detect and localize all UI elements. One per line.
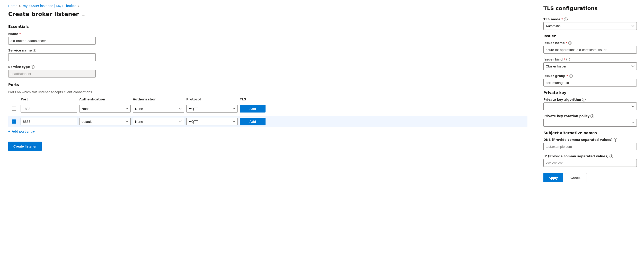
- page-title-row: Create broker listener ...: [8, 11, 527, 17]
- header-protocol: Protocol: [186, 98, 238, 101]
- service-name-group: Service name i: [8, 49, 527, 61]
- ports-table-header: Port Authentication Authorization Protoc…: [8, 98, 527, 101]
- tls-mode-label: TLS mode * i: [543, 18, 637, 21]
- tls-mode-required: *: [561, 18, 563, 21]
- protocol-dropdown-1[interactable]: MQTT: [186, 105, 238, 113]
- service-type-input: [8, 70, 96, 77]
- add-button-1[interactable]: Add: [240, 105, 266, 113]
- auth-dropdown-2[interactable]: default None: [79, 118, 131, 125]
- name-group: Name *: [8, 32, 527, 45]
- issuer-kind-group: Issuer kind * i Cluster Issuer Issuer: [543, 58, 637, 70]
- header-port: Port: [21, 98, 77, 101]
- issuer-group-required: *: [566, 74, 568, 78]
- port-checkbox-2[interactable]: [12, 119, 16, 124]
- breadcrumb-sep2: >: [77, 4, 80, 8]
- ports-title: Ports: [8, 83, 527, 87]
- private-key-rotation-dropdown[interactable]: Always Never: [543, 119, 637, 127]
- issuer-group-label: Issuer group * i: [543, 74, 637, 78]
- port-checkbox-1[interactable]: [12, 107, 16, 111]
- protocol-dropdown-2[interactable]: MQTT: [186, 118, 238, 125]
- tls-panel-title: TLS configurations: [543, 5, 637, 11]
- ports-section: Ports Ports on which this listener accep…: [8, 83, 527, 133]
- issuer-kind-info-icon: i: [566, 58, 570, 61]
- dns-label: DNS (Provide comma separated values) i: [543, 138, 637, 142]
- tls-mode-group: TLS mode * i Automatic Manual Disabled: [543, 18, 637, 30]
- issuer-kind-label: Issuer kind * i: [543, 58, 637, 61]
- checkbox-cell-1: [9, 107, 19, 111]
- header-tls: TLS: [240, 98, 266, 101]
- ip-label: IP (Provide comma separated values) i: [543, 154, 637, 158]
- issuer-section-title: Issuer: [543, 34, 637, 38]
- port-input-1[interactable]: [21, 105, 77, 113]
- private-key-algo-info-icon: i: [582, 98, 586, 101]
- service-name-info-icon: i: [33, 49, 36, 52]
- header-checkbox-spacer: [9, 98, 19, 101]
- port-row-1: None default None MQTT Add: [8, 103, 527, 114]
- ip-group: IP (Provide comma separated values) i: [543, 154, 637, 167]
- right-panel: TLS configurations TLS mode * i Automati…: [536, 0, 644, 276]
- port-row-2: default None None MQTT Add: [8, 116, 527, 127]
- private-key-rotation-label: Private key rotation policy i: [543, 114, 637, 118]
- service-type-label: Service type i: [8, 65, 527, 69]
- service-name-label: Service name i: [8, 49, 527, 52]
- breadcrumb: Home > my-cluster-instance | MQTT broker…: [8, 4, 527, 8]
- issuer-name-label: Issuer name * i: [543, 41, 637, 45]
- dns-info-icon: i: [614, 138, 617, 142]
- name-input[interactable]: [8, 37, 96, 45]
- san-section-title: Subject alternative names: [543, 131, 637, 135]
- issuer-group-info-icon: i: [569, 74, 573, 78]
- port-input-2[interactable]: [21, 118, 77, 125]
- essentials-section: Essentials Name * Service name i Service…: [8, 24, 527, 77]
- ports-description: Ports on which this listener accepts cli…: [8, 90, 527, 94]
- private-key-algo-dropdown[interactable]: RSA ECDSA: [543, 102, 637, 110]
- issuer-name-group: Issuer name * i: [543, 41, 637, 54]
- issuer-name-input[interactable]: [543, 46, 637, 54]
- private-key-section-title: Private key: [543, 91, 637, 95]
- private-key-rotation-info-icon: i: [590, 114, 594, 118]
- tls-mode-info-icon: i: [564, 18, 568, 21]
- add-button-2[interactable]: Add: [240, 118, 266, 125]
- issuer-name-required: *: [566, 41, 567, 45]
- issuer-kind-required: *: [564, 58, 565, 61]
- breadcrumb-sep1: >: [19, 4, 21, 8]
- dns-group: DNS (Provide comma separated values) i: [543, 138, 637, 150]
- private-key-algo-group: Private key algorithm i RSA ECDSA: [543, 98, 637, 110]
- issuer-group-input[interactable]: [543, 79, 637, 87]
- service-name-input[interactable]: [8, 53, 96, 61]
- header-authorization: Authorization: [133, 98, 184, 101]
- issuer-group-group: Issuer group * i: [543, 74, 637, 87]
- dns-input[interactable]: [543, 143, 637, 150]
- page-title: Create broker listener: [8, 11, 79, 17]
- private-key-rotation-group: Private key rotation policy i Always Nev…: [543, 114, 637, 127]
- tls-panel-footer: Apply Cancel: [543, 173, 637, 182]
- apply-button[interactable]: Apply: [543, 173, 563, 182]
- ip-input[interactable]: [543, 159, 637, 167]
- left-panel: Home > my-cluster-instance | MQTT broker…: [0, 0, 536, 276]
- add-port-label: Add port entry: [12, 130, 35, 133]
- authz-dropdown-2[interactable]: None: [133, 118, 184, 125]
- checkbox-cell-2: [9, 119, 19, 124]
- issuer-name-info-icon: i: [568, 41, 572, 45]
- authz-dropdown-1[interactable]: None: [133, 105, 184, 113]
- service-type-group: Service type i: [8, 65, 527, 77]
- cancel-button[interactable]: Cancel: [565, 173, 587, 182]
- issuer-kind-dropdown[interactable]: Cluster Issuer Issuer: [543, 62, 637, 70]
- name-required: *: [19, 32, 21, 36]
- private-key-algo-label: Private key algorithm i: [543, 98, 637, 101]
- name-label: Name *: [8, 32, 527, 36]
- breadcrumb-home[interactable]: Home: [8, 4, 17, 8]
- ip-info-icon: i: [610, 154, 613, 158]
- essentials-title: Essentials: [8, 24, 527, 29]
- breadcrumb-cluster[interactable]: my-cluster-instance | MQTT broker: [23, 4, 76, 8]
- tls-mode-dropdown[interactable]: Automatic Manual Disabled: [543, 22, 637, 30]
- plus-icon: +: [8, 130, 10, 133]
- service-type-info-icon: i: [31, 65, 34, 69]
- auth-dropdown-1[interactable]: None default: [79, 105, 131, 113]
- ellipsis-button[interactable]: ...: [81, 11, 86, 17]
- add-port-entry-button[interactable]: + Add port entry: [8, 130, 35, 133]
- header-authentication: Authentication: [79, 98, 131, 101]
- create-listener-button[interactable]: Create listener: [8, 142, 42, 151]
